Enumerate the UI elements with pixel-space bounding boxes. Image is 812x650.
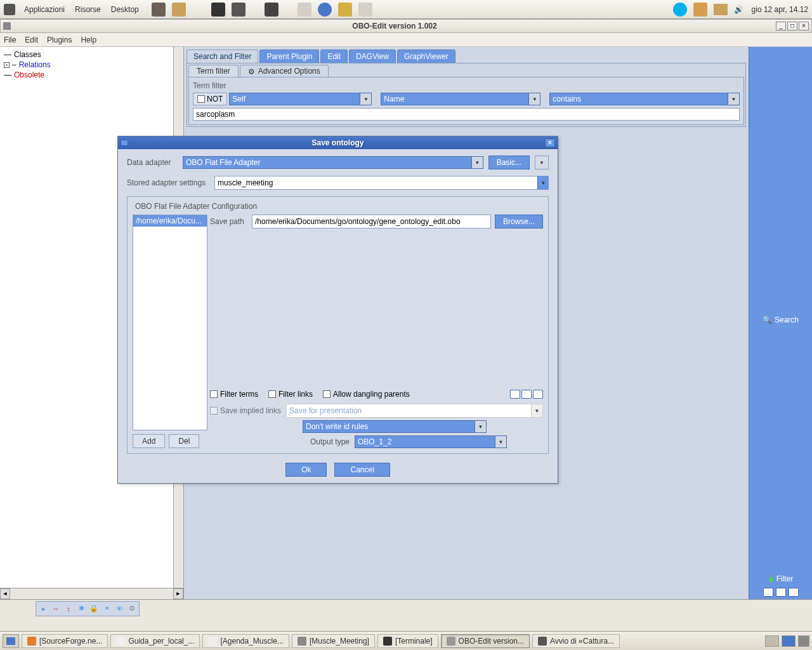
trash-icon[interactable] [798,635,809,647]
scroll-left-arrow[interactable]: ◄ [0,588,10,599]
dialog-titlebar[interactable]: Save ontology × [118,136,558,149]
camera-icon[interactable] [152,3,166,17]
ok-button[interactable]: Ok [285,463,327,477]
task-screenshot[interactable]: Avvio di «Cattura... [532,634,620,648]
dropdown-arrow-icon[interactable] [360,93,371,105]
penguin-icon[interactable] [211,3,225,17]
page-icon[interactable] [533,390,543,399]
self-combo[interactable]: Self [229,93,372,105]
path-list[interactable]: /home/erika/Docu... [133,215,207,430]
dropdown-arrow-icon[interactable] [471,157,483,168]
menu-help[interactable]: Help [81,36,96,44]
cancel-button[interactable]: Cancel [334,463,390,477]
disclosure-button[interactable] [535,156,549,169]
task-agenda[interactable]: [Agenda_Muscle... [202,634,289,648]
name-combo[interactable]: Name [381,93,540,105]
dropdown-arrow-icon[interactable] [475,421,486,432]
menu-file[interactable]: File [4,36,16,44]
arrows-h-tool-icon[interactable]: ↔ [50,603,62,614]
stored-settings-input[interactable] [214,176,549,190]
menu-resources[interactable]: Risorse [70,5,106,14]
skype-icon[interactable] [673,3,687,17]
browse-button[interactable]: Browse... [495,215,543,229]
subtab-term-filter[interactable]: Term filter [188,65,239,77]
scroll-right-arrow[interactable]: ► [173,588,183,599]
sidebar-filter-button[interactable]: ◆ Filter [749,573,812,585]
task-muscle-meeting[interactable]: [Muscle_Meeting] [292,634,375,648]
task-terminal[interactable]: [Terminale] [377,634,438,648]
path-list-item[interactable]: /home/erika/Docu... [133,215,207,227]
sidebar-bottom-icons [749,585,812,599]
gear-tool-icon[interactable]: ⚙ [126,603,138,614]
tree-horizontal-scrollbar[interactable]: ◄ ► [0,588,183,599]
sidebar-search-button[interactable]: 🔍 Search [749,314,812,326]
minimize-button[interactable]: _ [776,22,786,30]
tab-search-filter[interactable]: Search and Filter [187,50,258,63]
del-button[interactable]: Del [169,434,199,448]
tree-obsolete[interactable]: — Obsolete [3,70,181,80]
lock-tool-icon[interactable]: 🔒 [88,603,100,614]
id-rules-combo[interactable]: Don't write id rules [303,420,487,433]
task-obo-edit[interactable]: OBO-Edit version... [441,634,530,648]
circle-tool-icon[interactable]: ● [37,603,49,614]
basic-button[interactable]: Basic... [488,156,530,169]
save-presentation-combo: Save for presentation [286,404,543,418]
lock-icon[interactable] [172,3,186,17]
volume-icon[interactable]: 🔊 [734,5,745,14]
menu-applications[interactable]: Applicazioni [19,5,70,14]
mail-icon[interactable] [298,3,311,17]
page-icon[interactable] [763,588,773,597]
allow-dangling-checkbox[interactable]: Allow dangling parents [323,390,410,399]
tray-icon[interactable] [765,635,779,647]
link-tool-icon[interactable]: ⚭ [101,603,112,614]
not-checkbox-group[interactable]: NOT [193,93,227,105]
package-icon[interactable] [714,4,728,15]
brush-icon[interactable] [338,3,352,17]
tab-graphviewer[interactable]: GraphViewer [397,50,455,63]
task-sourceforge[interactable]: [SourceForge.ne... [22,634,108,648]
menu-desktop[interactable]: Desktop [106,5,144,14]
maximize-button[interactable]: □ [787,22,797,30]
filter-terms-checkbox[interactable]: Filter terms [210,390,258,399]
tree-relations[interactable]: + – Relations [3,60,181,70]
page-icon[interactable] [776,588,786,597]
data-adapter-combo[interactable]: OBO Flat File Adapter [183,156,483,169]
arrows-v-tool-icon[interactable]: ↕ [63,603,74,614]
add-button[interactable]: Add [133,434,165,448]
show-desktop-button[interactable] [3,634,19,648]
workspace-switcher[interactable] [782,635,796,647]
subtab-advanced[interactable]: ⚙ Advanced Options [240,65,329,77]
not-checkbox[interactable] [197,95,205,103]
bird-icon[interactable] [358,3,372,17]
monitor-icon[interactable] [232,3,246,17]
dialog-title: Save ontology [131,138,545,147]
menu-plugins[interactable]: Plugins [47,36,72,44]
page-icon[interactable] [789,588,799,597]
close-button[interactable]: × [799,22,809,30]
dropdown-arrow-icon[interactable] [728,93,739,105]
calculator-icon[interactable] [265,3,278,17]
filter-value-input[interactable] [193,108,740,121]
globe-icon[interactable] [318,3,332,17]
clock[interactable]: gio 12 apr, 14.12 [752,5,808,14]
tree-classes[interactable]: — Classes [3,50,181,60]
dialog-close-button[interactable]: × [545,138,555,147]
user-icon[interactable] [693,3,707,17]
save-path-input[interactable] [252,215,491,229]
tab-dagview[interactable]: DAGView [349,50,396,63]
output-type-combo[interactable]: OBO_1_2 [355,435,507,448]
filter-links-checkbox[interactable]: Filter links [268,390,313,399]
menu-edit[interactable]: Edit [25,36,38,44]
dropdown-arrow-icon[interactable] [528,93,540,105]
tab-parent-plugin[interactable]: Parent Plugin [259,50,319,63]
expand-icon[interactable]: + [4,62,10,68]
tab-edit[interactable]: Edit [320,50,348,63]
dropdown-arrow-icon[interactable] [495,436,506,448]
task-guida[interactable]: Guida_per_local_... [110,634,200,648]
eye-tool-icon[interactable]: 👁 [114,603,125,614]
star-tool-icon[interactable]: ✱ [75,603,87,614]
page-icon[interactable] [510,390,520,399]
page-icon[interactable] [521,390,532,399]
dropdown-arrow-icon[interactable] [537,176,549,190]
contains-combo[interactable]: contains [549,93,740,105]
